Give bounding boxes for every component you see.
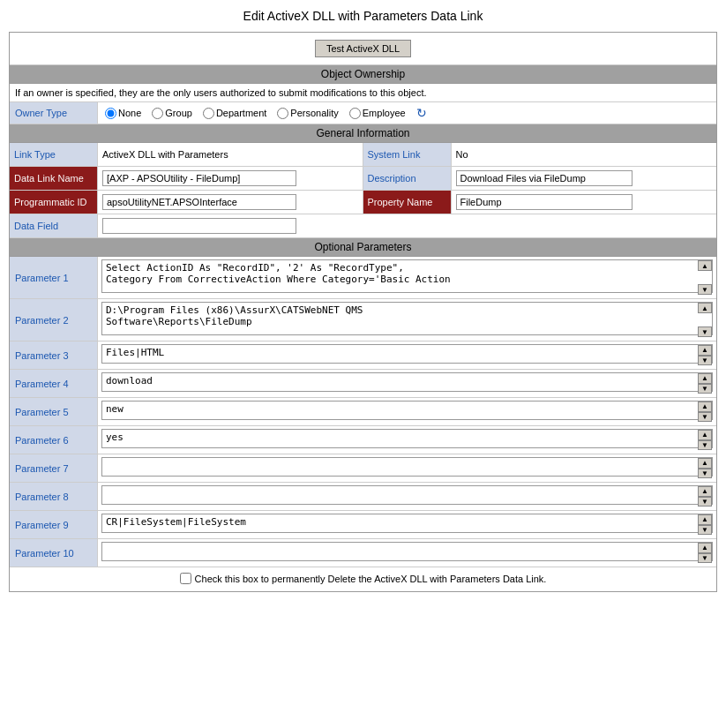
parameter-8-scroll-down[interactable]: ▼ — [698, 497, 712, 507]
parameter-6-label: Parameter 6 — [10, 426, 98, 454]
test-activex-dll-button[interactable]: Test ActiveX DLL — [315, 40, 411, 57]
parameter-row-10: Parameter 10▲▼ — [10, 539, 716, 567]
property-name-label: Property Name — [363, 191, 452, 214]
link-type-value: ActiveX DLL with Parameters — [98, 143, 363, 166]
data-field-value[interactable] — [98, 214, 716, 237]
parameter-2-label: Parameter 2 — [10, 299, 98, 341]
description-label: Description — [363, 167, 452, 190]
parameter-10-input[interactable] — [101, 542, 713, 561]
parameter-6-scroll-down[interactable]: ▼ — [698, 440, 712, 451]
footer-text: Check this box to permanently Delete the… — [195, 574, 547, 584]
parameter-1-scroll-down[interactable]: ▼ — [698, 284, 712, 295]
parameter-3-scroll-up[interactable]: ▲ — [698, 345, 712, 356]
owner-type-group-option[interactable]: Group — [152, 108, 192, 119]
system-link-value: No — [452, 143, 717, 166]
owner-type-personality-option[interactable]: Personality — [277, 108, 338, 119]
parameter-row-9: Parameter 9▲▼ — [10, 511, 716, 539]
data-link-name-input[interactable] — [102, 170, 296, 186]
parameter-8-input[interactable] — [101, 485, 713, 505]
owner-type-label: Owner Type — [10, 102, 98, 124]
parameter-7-label: Parameter 7 — [10, 454, 98, 482]
parameter-6-scroll-up[interactable]: ▲ — [698, 430, 712, 440]
parameter-2-scroll-up[interactable]: ▲ — [698, 303, 712, 313]
parameter-row-8: Parameter 8▲▼ — [10, 483, 716, 511]
owner-type-none-option[interactable]: None — [105, 108, 141, 119]
parameter-7-input[interactable] — [101, 457, 713, 477]
description-input[interactable] — [456, 170, 632, 186]
parameter-2-input[interactable] — [101, 302, 713, 335]
parameter-9-scroll-down[interactable]: ▼ — [698, 525, 712, 536]
parameter-8-scroll-up[interactable]: ▲ — [698, 486, 712, 497]
system-link-label: System Link — [363, 143, 452, 166]
data-field-label: Data Field — [10, 214, 98, 237]
parameter-row-3: Parameter 3▲▼ — [10, 341, 716, 370]
parameter-10-scroll-down[interactable]: ▼ — [698, 553, 712, 564]
parameter-row-2: Parameter 2▲▼ — [10, 299, 716, 341]
parameter-3-label: Parameter 3 — [10, 341, 98, 369]
parameter-row-7: Parameter 7▲▼ — [10, 454, 716, 483]
parameter-9-scroll-up[interactable]: ▲ — [698, 514, 712, 525]
delete-checkbox[interactable] — [180, 573, 191, 584]
parameter-4-scroll-down[interactable]: ▼ — [698, 384, 712, 394]
property-name-input[interactable] — [456, 194, 632, 210]
parameter-2-scroll-down[interactable]: ▼ — [698, 326, 712, 337]
parameter-6-input[interactable] — [101, 429, 713, 448]
parameter-3-scroll-down[interactable]: ▼ — [698, 356, 712, 366]
general-section-header: General Information — [10, 124, 716, 143]
optional-section-header: Optional Parameters — [10, 238, 716, 257]
parameter-9-input[interactable] — [101, 514, 713, 533]
data-link-name-value[interactable] — [98, 167, 363, 190]
parameter-5-label: Parameter 5 — [10, 398, 98, 425]
parameter-8-label: Parameter 8 — [10, 483, 98, 510]
parameter-3-input[interactable] — [101, 344, 713, 364]
data-field-input[interactable] — [102, 218, 296, 234]
parameter-5-input[interactable] — [101, 401, 713, 420]
parameter-row-4: Parameter 4▲▼ — [10, 370, 716, 398]
parameter-5-scroll-up[interactable]: ▲ — [698, 402, 712, 412]
description-value[interactable] — [452, 167, 717, 190]
parameter-row-6: Parameter 6▲▼ — [10, 426, 716, 454]
parameter-4-scroll-up[interactable]: ▲ — [698, 373, 712, 384]
programmatic-id-value[interactable] — [98, 191, 363, 214]
parameter-10-label: Parameter 10 — [10, 539, 98, 567]
refresh-icon[interactable]: ↻ — [416, 106, 427, 120]
parameter-10-scroll-up[interactable]: ▲ — [698, 543, 712, 553]
parameter-1-input[interactable] — [101, 259, 713, 293]
parameters-container: Parameter 1▲▼Parameter 2▲▼Parameter 3▲▼P… — [10, 257, 716, 567]
parameter-7-scroll-down[interactable]: ▼ — [698, 469, 712, 479]
parameter-1-label: Parameter 1 — [10, 257, 98, 298]
data-link-name-label: Data Link Name — [10, 167, 98, 190]
ownership-section-header: Object Ownership — [10, 65, 716, 84]
programmatic-id-input[interactable] — [102, 194, 296, 210]
owner-type-department-option[interactable]: Department — [203, 108, 266, 119]
page-title: Edit ActiveX DLL with Parameters Data Li… — [9, 9, 717, 23]
programmatic-id-label: Programmatic ID — [10, 191, 98, 214]
parameter-5-scroll-down[interactable]: ▼ — [698, 412, 712, 423]
parameter-4-label: Parameter 4 — [10, 370, 98, 397]
parameter-4-input[interactable] — [101, 372, 713, 392]
link-type-label: Link Type — [10, 143, 98, 166]
parameter-row-1: Parameter 1▲▼ — [10, 257, 716, 299]
parameter-7-scroll-up[interactable]: ▲ — [698, 458, 712, 469]
parameter-row-5: Parameter 5▲▼ — [10, 398, 716, 426]
property-name-value[interactable] — [452, 191, 717, 214]
owner-type-employee-option[interactable]: Employee — [349, 108, 406, 119]
parameter-9-label: Parameter 9 — [10, 511, 98, 538]
footer-row: Check this box to permanently Delete the… — [10, 567, 716, 591]
ownership-info-text: If an owner is specified, they are the o… — [10, 84, 716, 102]
parameter-1-scroll-up[interactable]: ▲ — [698, 260, 712, 271]
